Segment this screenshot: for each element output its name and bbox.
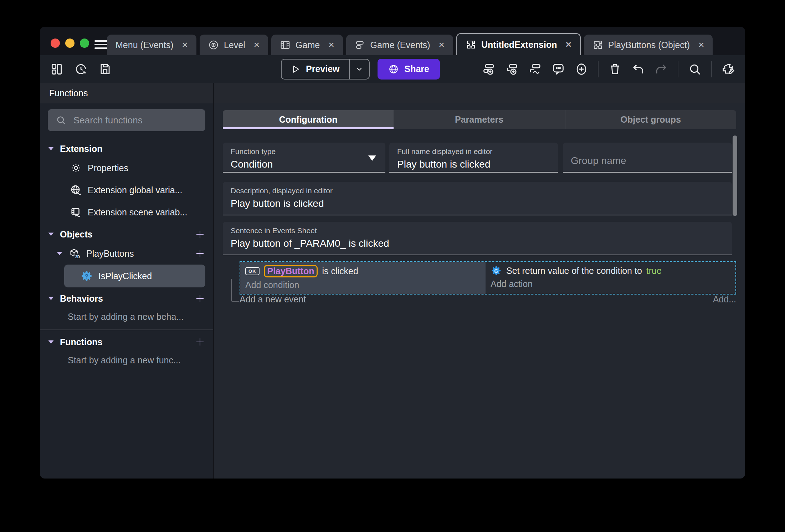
close-icon[interactable]: × [565,40,571,50]
svg-text:2D: 2D [75,255,80,259]
search-input[interactable] [73,114,197,126]
tab-label: UntitledExtension [481,40,557,50]
add-new-event-button[interactable]: Add a new event [240,294,306,305]
preview-options-button[interactable] [349,60,369,79]
svg-text:?: ? [85,273,88,280]
item-label: Extension scene variab... [88,207,187,218]
delete-icon[interactable] [608,62,622,76]
edit-extension-icon[interactable] [722,62,735,76]
behaviors-empty-note: Start by adding a new beha... [40,307,213,327]
sidebar-item-extension-global-variables[interactable]: Extension global varia... [40,179,213,201]
action-text: Set return value of the condition to [506,266,642,276]
tab-label: Configuration [279,114,338,125]
tab-level[interactable]: Level × [200,35,268,55]
functions-empty-note: Start by adding a new func... [40,350,213,370]
extension-puzzle-icon [592,40,603,50]
svg-text:G: G [494,268,498,274]
tab-configuration[interactable]: Configuration [223,110,394,129]
minimize-window-button[interactable] [65,39,75,48]
search-functions-box[interactable] [48,109,205,131]
close-icon[interactable]: × [439,40,445,50]
chevron-down-icon [48,340,54,344]
add-action-button[interactable]: Add action [491,279,730,289]
close-icon[interactable]: × [328,40,334,50]
preview-button[interactable]: Preview [281,59,370,80]
function-type-select[interactable]: Function type Condition [223,143,385,173]
description-field[interactable]: Description, displayed in editor Play bu… [223,182,732,215]
close-window-button[interactable] [51,39,60,48]
close-icon[interactable]: × [698,40,704,50]
extension-puzzle-icon [466,39,476,50]
sidebar-section-functions[interactable]: Functions [40,334,213,350]
add-free-function-icon[interactable] [195,337,205,347]
full-name-field[interactable]: Full name displayed in editor Play butto… [389,143,558,173]
action-value[interactable]: true [646,266,662,276]
group-name-field[interactable]: Group name [563,143,732,173]
sentence-field[interactable]: Sentence in Events Sheet Play button of … [223,222,732,255]
search-icon[interactable] [688,62,702,76]
section-label: Functions [60,337,189,347]
version-history-icon[interactable] [74,62,88,76]
tab-label: Level [224,40,245,50]
sidebar-section-behaviors[interactable]: Behaviors [40,290,213,307]
scene-icon [208,40,219,50]
undo-icon[interactable] [631,62,645,76]
add-object-icon[interactable] [195,229,205,240]
scene-variables-icon [70,206,82,218]
add-behavior-icon[interactable] [195,293,205,304]
add-function-to-object-icon[interactable] [195,248,205,259]
add-circle-icon[interactable] [575,62,588,76]
zoom-window-button[interactable] [80,39,89,48]
item-label: IsPlayClicked [98,271,152,281]
sidebar-item-isplayclicked[interactable]: ? IsPlayClicked [64,265,205,287]
actions-column[interactable]: G Set return value of the condition to t… [486,262,735,294]
condition-object-name[interactable]: PlayButton [264,265,318,277]
tab-label: Menu (Events) [116,40,174,50]
field-placeholder: Group name [571,155,724,167]
global-variables-icon [70,184,82,196]
field-label: Sentence in Events Sheet [231,226,724,235]
sidebar-item-extension-scene-variables[interactable]: Extension scene variab... [40,201,213,223]
add-more-button[interactable]: Add... [713,294,736,305]
scrollbar-thumb[interactable] [733,135,737,216]
save-icon[interactable] [98,62,112,76]
toolbar: Preview Share [40,55,745,83]
share-button[interactable]: Share [378,59,440,80]
main-menu-icon[interactable] [94,40,108,49]
sidebar-section-extension[interactable]: Extension [40,140,213,157]
redo-icon[interactable] [655,62,668,76]
field-value: Play button of _PARAM0_ is clicked [231,238,724,249]
tab-label: Parameters [455,114,503,125]
close-icon[interactable]: × [182,40,188,50]
sidebar-title: Functions [40,83,214,103]
sidebar-item-playbuttons[interactable]: 2D PlayButtons [40,242,213,265]
tab-label: Object groups [621,114,681,125]
close-icon[interactable]: × [254,40,260,50]
tab-object-groups[interactable]: Object groups [565,110,736,129]
tab-game[interactable]: Game × [271,35,343,55]
tab-parameters[interactable]: Parameters [394,110,564,129]
event-row[interactable]: OK PlayButton is clicked Add condition G… [240,261,736,295]
add-other-event-icon[interactable] [528,62,542,76]
tab-untitled-extension[interactable]: UntitledExtension × [456,33,581,55]
add-event-icon[interactable] [482,62,496,76]
condition-text: is clicked [322,266,358,276]
field-value: Condition [231,159,378,170]
toolbar-separator [711,61,712,77]
chevron-down-icon [48,296,54,301]
add-subevent-icon[interactable] [505,62,519,76]
sidebar-item-properties[interactable]: Properties [40,157,213,179]
object-2d-cube-icon: 2D [68,247,81,260]
add-condition-button[interactable]: Add condition [245,280,481,290]
tab-game-events[interactable]: Game (Events) × [346,35,453,55]
tab-menu-events[interactable]: Menu (Events) × [107,35,196,55]
toolbar-separator [678,61,678,77]
sidebar-section-objects[interactable]: Objects [40,226,213,242]
toolbar-separator [598,61,599,77]
tab-playbuttons-object[interactable]: PlayButtons (Object) × [584,35,713,55]
add-comment-icon[interactable] [551,62,565,76]
home-dashboard-icon[interactable] [50,62,63,76]
conditions-column[interactable]: OK PlayButton is clicked Add condition [240,262,486,294]
chevron-down-icon [48,147,54,151]
item-label: Extension global varia... [88,185,182,195]
